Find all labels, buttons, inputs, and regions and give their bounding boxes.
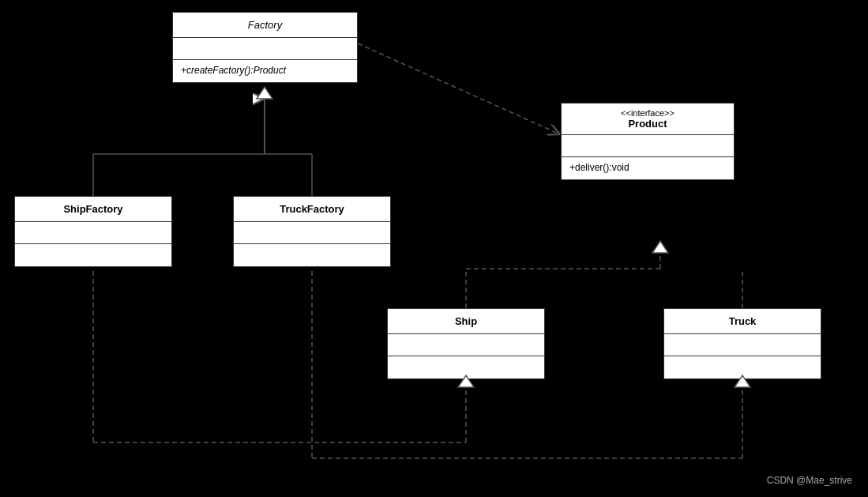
class-truck: Truck bbox=[663, 308, 821, 379]
class-truck-factory-s2 bbox=[234, 244, 390, 266]
class-ship-s2 bbox=[388, 356, 544, 378]
class-product: <<interface>> Product +deliver():void bbox=[561, 103, 735, 180]
class-product-header: <<interface>> Product bbox=[562, 104, 734, 135]
class-ship: Ship bbox=[387, 308, 545, 379]
class-ship-name: Ship bbox=[455, 315, 477, 327]
class-ship-factory: ShipFactory bbox=[14, 196, 172, 267]
diagram-container: Factory +createFactory():Product <<inter… bbox=[0, 0, 868, 497]
svg-marker-1 bbox=[257, 87, 272, 99]
class-truck-factory-header: TruckFactory bbox=[234, 197, 390, 222]
class-ship-factory-s1 bbox=[15, 222, 171, 244]
class-truck-factory-s1 bbox=[234, 222, 390, 244]
class-product-methods: +deliver():void bbox=[562, 157, 734, 179]
class-product-attributes bbox=[562, 135, 734, 157]
class-ship-s1 bbox=[388, 334, 544, 356]
class-product-stereotype: <<interface>> bbox=[621, 108, 674, 118]
class-ship-header: Ship bbox=[388, 309, 544, 334]
class-factory-methods: +createFactory():Product bbox=[173, 60, 357, 82]
class-factory: Factory +createFactory():Product bbox=[172, 12, 358, 83]
svg-line-6 bbox=[358, 43, 560, 134]
class-product-name: Product bbox=[628, 118, 667, 130]
class-truck-factory-name: TruckFactory bbox=[280, 203, 344, 215]
class-ship-factory-s2 bbox=[15, 244, 171, 266]
class-truck-s1 bbox=[664, 334, 821, 356]
class-ship-factory-header: ShipFactory bbox=[15, 197, 171, 222]
class-truck-s2 bbox=[664, 356, 821, 378]
class-ship-factory-name: ShipFactory bbox=[63, 203, 122, 215]
class-factory-attributes bbox=[173, 38, 357, 60]
svg-marker-7 bbox=[652, 241, 668, 253]
class-factory-header: Factory bbox=[173, 13, 357, 38]
class-truck-header: Truck bbox=[664, 309, 821, 334]
class-factory-name: Factory bbox=[248, 19, 282, 31]
class-truck-factory: TruckFactory bbox=[233, 196, 391, 267]
class-factory-method-1: +createFactory():Product bbox=[181, 65, 286, 76]
watermark: CSDN @Mae_strive bbox=[767, 475, 852, 486]
class-product-method-1: +deliver():void bbox=[569, 162, 629, 173]
class-truck-name: Truck bbox=[729, 315, 757, 327]
